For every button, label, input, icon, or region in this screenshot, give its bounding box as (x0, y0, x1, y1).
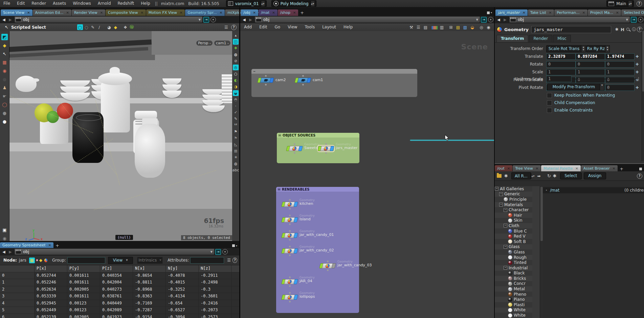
network-toolbar-icon[interactable]: ◉ (486, 24, 491, 30)
display-options-icon[interactable]: ☰ (223, 24, 229, 30)
gallery-tree-item[interactable]: − Plasti (495, 302, 532, 308)
network-toolbar-icon[interactable]: ◎ (479, 24, 484, 30)
path-dropdown-icon[interactable]: ▼ (210, 250, 214, 253)
intrinsics-dropdown[interactable]: Intrinsics▼ (137, 257, 163, 264)
toolbar-icon[interactable]: ∕ (96, 24, 102, 30)
shelf-set-selector[interactable]: Poly Modeling ▲▼ (271, 0, 316, 7)
desktop-selector[interactable]: varomix_01 ▲▼ (226, 0, 267, 7)
pane-tab[interactable]: /obj ✕ (241, 9, 258, 16)
pane-tab[interactable]: Selected O... ✕ (621, 9, 644, 16)
viewport-tool-icon[interactable]: ◉ (1, 68, 8, 74)
search-icon[interactable] (625, 27, 631, 32)
gallery-tree-item[interactable]: − Skin (495, 218, 532, 223)
network-toolbar-icon[interactable]: ⚒ (408, 24, 414, 30)
new-tab-button[interactable]: + (54, 243, 61, 248)
back-icon[interactable]: ◀ (1, 249, 6, 254)
viewport-tool-icon[interactable]: ▣ (1, 227, 8, 233)
display-toggle-icon[interactable]: abc (233, 167, 239, 173)
back-icon[interactable]: ◀ (496, 17, 501, 22)
material-list-row[interactable]: • /mat (0 children) (543, 187, 644, 193)
follow-focus-icon[interactable] (638, 17, 643, 22)
hamburger-icon[interactable]: ☰ (226, 258, 232, 263)
gallery-tree-item[interactable]: − Glass (495, 244, 532, 250)
menu-item[interactable]: Redshift (114, 0, 138, 7)
gallery-tree-item[interactable]: − Glass (495, 249, 532, 255)
viewport-tool-icon[interactable]: ▦ (1, 59, 8, 66)
tab-close-icon[interactable]: ✕ (220, 11, 222, 15)
parameter-tab[interactable]: Render (529, 35, 552, 42)
network-toolbar-icon[interactable]: ▤ (455, 24, 461, 30)
display-toggle-icon[interactable]: ✳ (233, 154, 239, 160)
display-toggle-icon[interactable]: ◍ (233, 161, 239, 167)
viewport-tool-icon[interactable]: ◯ (1, 101, 8, 108)
object-sources-netbox[interactable]: − OBJECT SOURCES Geometry Sweets G (277, 133, 359, 163)
scene-viewport[interactable]: Persp - cam1 - 61fps 16.32ms 8 objects, … (9, 31, 232, 241)
path-field[interactable]: obj ▼ (14, 16, 203, 23)
collapse-icon[interactable]: − (499, 203, 503, 206)
viewport-tool-icon[interactable]: ◆ (1, 42, 8, 49)
gallery-tree-item[interactable]: − Hair (495, 213, 532, 218)
select-button[interactable]: Select (560, 172, 582, 179)
viewport-tool-icon[interactable]: ● (1, 110, 8, 116)
ladder-handle-icon[interactable]: ✚ (636, 62, 639, 67)
node-render-flag[interactable] (298, 146, 303, 151)
param-field-x[interactable]: 0 (546, 61, 576, 68)
view-dropdown[interactable]: View▼ (108, 257, 133, 264)
node-render-flag[interactable] (330, 146, 334, 151)
node-render-flag[interactable] (293, 233, 298, 238)
ladder-handle-icon[interactable]: ✚ (636, 54, 639, 59)
node-render-flag[interactable] (293, 248, 298, 253)
pane-tab[interactable]: jars_master ✕ (495, 9, 528, 16)
checkbox[interactable] (547, 93, 552, 98)
gallery-tree-item[interactable]: − Generic (495, 192, 532, 197)
tab-close-icon[interactable]: ✕ (613, 167, 615, 170)
gallery-tree-item[interactable]: − Rough (495, 255, 532, 260)
forward-icon[interactable]: ▶ (8, 249, 13, 254)
collapse-icon[interactable]: − (504, 266, 507, 270)
pin-pane-icon[interactable]: ⇥ (215, 249, 221, 255)
network-toolbar-icon[interactable]: ◒ (469, 24, 475, 30)
pane-tab[interactable]: Geometry Spr... ✕ (185, 9, 225, 16)
display-toggle-icon[interactable]: ✎ (233, 116, 239, 122)
gallery-tree-item[interactable]: − Bricks (495, 276, 532, 281)
pane-tab[interactable]: Performan... ✕ (554, 9, 587, 16)
pane-tab[interactable]: /out ✕ (495, 165, 512, 171)
filter-spinner[interactable]: ▲▼ (531, 173, 535, 179)
tab-close-icon[interactable]: ✕ (575, 167, 578, 170)
main-menu-selector[interactable]: Main ▲▼ (606, 0, 634, 7)
uniform-scale-slider[interactable] (573, 79, 638, 79)
netbox-collapse-icon[interactable]: − (253, 70, 256, 73)
parameter-tab[interactable]: Misc (553, 35, 571, 42)
renderables-netbox[interactable]: − RENDERABLES Geometry kitchen Geo (276, 187, 359, 313)
node-render-flag[interactable] (293, 295, 298, 300)
collapse-icon[interactable]: − (504, 245, 507, 249)
display-toggle-icon[interactable]: ◐ (233, 77, 239, 83)
network-menu-item[interactable]: View (284, 24, 301, 31)
display-toggle-icon[interactable]: ◺ (233, 142, 239, 147)
gallery-tree-item[interactable]: − Piano (495, 297, 532, 302)
pane-tab[interactable]: Material Palette ✕ (541, 165, 581, 171)
netbox-collapse-icon[interactable]: − (278, 134, 281, 137)
uniform-scale-field[interactable]: 1 (546, 76, 572, 82)
gallery-tree-item[interactable]: − Red V (495, 234, 532, 239)
rotate-order-dropdown[interactable]: Rx Ry Rz (586, 45, 606, 52)
network-toolbar-icon[interactable]: ☰ (416, 24, 421, 30)
table-row[interactable]: 4 0.052945 0.00123 0.040449 -0.7169 -0.6… (0, 300, 239, 307)
gallery-gear-icon[interactable]: ✱ (504, 173, 508, 178)
display-toggle-icon[interactable]: ⊘ (233, 58, 239, 64)
gallery-tree-item[interactable]: − Principle (495, 197, 532, 202)
node-render-flag[interactable] (307, 78, 311, 83)
camera-netbox[interactable]: − cam2 cam1 (251, 69, 417, 97)
node-name[interactable]: jars (19, 258, 26, 263)
viewport-tool-icon[interactable]: ☛ (1, 93, 8, 99)
vertical-splitter[interactable] (494, 7, 495, 318)
material-gear-icon[interactable]: ✱ (553, 173, 557, 178)
tab-close-icon[interactable]: ✕ (536, 167, 538, 170)
table-row[interactable]: 0 0.052744 0.001611 0.040354 -0.8654 -0.… (0, 272, 239, 279)
display-toggle-icon[interactable]: · (233, 103, 239, 109)
node-render-flag[interactable] (331, 263, 336, 268)
path-field[interactable]: obj ▼ (254, 16, 480, 23)
tab-close-icon[interactable]: ✕ (180, 11, 182, 15)
param-field-y[interactable]: 0 (576, 77, 605, 83)
tab-close-icon[interactable]: ✕ (549, 11, 552, 15)
